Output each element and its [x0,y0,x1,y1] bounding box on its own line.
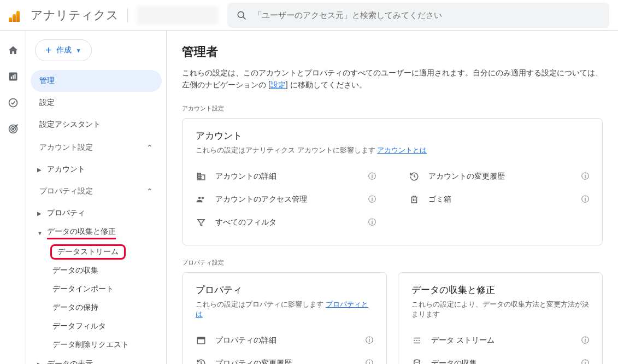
help-icon[interactable]: ⓘ [368,195,376,204]
card-subtitle: これらの設定はアナリティクス アカウントに影響します アカウントとは [196,145,589,155]
caret-right-icon: ▶ [37,167,43,173]
nav-data-display[interactable]: ▶ データの表示 [31,354,162,364]
row-data-collection[interactable]: データの収集 ⓘ [411,352,589,364]
caret-down-icon: ▼ [37,230,43,236]
history-icon [409,172,420,181]
caret-right-icon: ▶ [37,210,43,216]
nav-setup-assistant[interactable]: 設定アシスタント [31,114,162,136]
chevron-up-icon: ⌃ [146,143,153,152]
svg-marker-11 [198,220,204,226]
svg-point-0 [238,11,244,17]
nav-data-collect[interactable]: データの収集 [31,261,162,280]
card-title: データの収集と修正 [411,284,589,296]
help-icon[interactable]: ⓘ [366,359,373,364]
help-icon[interactable]: ⓘ [366,336,373,345]
svg-point-17 [414,360,420,362]
help-icon[interactable]: ⓘ [581,172,589,181]
property-card: プロパティ これらの設定はプロパティに影響します プロパティとは プロパティの詳… [182,272,387,364]
advertising-icon[interactable] [2,118,24,140]
plus-icon: + [45,44,52,57]
page-description: これらの設定は、このアカウントとプロパティのすべてのユーザーに適用されます。自分… [182,67,603,91]
row-account-details[interactable]: アカウントの詳細 ⓘ [196,165,376,188]
nav-settings[interactable]: 設定 [31,92,162,114]
card-title: プロパティ [196,284,373,296]
page-title: 管理者 [182,44,603,60]
web-icon [196,336,207,345]
nav-data-collection[interactable]: ▼ データの収集と修正 [31,223,162,243]
svg-rect-5 [14,74,15,79]
settings-link[interactable]: 設定 [270,80,286,89]
card-subtitle: これらの設定はプロパティに影響します プロパティとは [196,300,373,319]
help-icon[interactable]: ⓘ [368,172,376,181]
help-icon[interactable]: ⓘ [581,195,589,204]
card-title: アカウント [196,130,589,142]
nav-property[interactable]: ▶ プロパティ [31,203,162,223]
search-bar[interactable] [227,3,609,28]
search-icon [236,10,247,21]
account-card: アカウント これらの設定はアナリティクス アカウントに影響します アカウントとは… [182,118,603,245]
svg-rect-4 [13,75,14,79]
account-section-label: アカウント設定 [182,104,603,113]
account-selector[interactable] [137,6,219,25]
row-trash[interactable]: ゴミ箱 ⓘ [409,188,589,211]
nav-rail [0,31,26,364]
nav-data-filter[interactable]: データフィルタ [31,317,162,336]
svg-rect-3 [10,77,11,79]
filter-icon [196,218,207,227]
property-section-label: プロパティ設定 [182,259,603,267]
stream-icon [411,336,422,345]
search-input[interactable] [254,10,601,20]
group-icon [196,195,207,204]
domain-icon [196,172,207,181]
row-data-streams[interactable]: データ ストリーム ⓘ [411,329,589,352]
card-subtitle: これらの設定により、データの収集方法と変更方法が決まります [411,300,589,319]
nav-account[interactable]: ▶ アカウント [31,160,162,179]
account-info-link[interactable]: アカウントとは [377,146,427,154]
nav-data-import[interactable]: データインポート [31,280,162,298]
help-icon[interactable]: ⓘ [368,218,376,227]
help-icon[interactable]: ⓘ [581,336,589,345]
section-account-settings[interactable]: アカウント設定 ⌃ [31,136,162,160]
caret-right-icon: ▶ [37,361,43,365]
data-collection-card: データの収集と修正 これらの設定により、データの収集方法と変更方法が決まります … [398,272,603,364]
database-icon [411,359,422,364]
nav-data-retention[interactable]: データの保持 [31,298,162,317]
explore-icon[interactable] [2,92,24,114]
svg-rect-13 [197,337,205,339]
main-content: 管理者 これらの設定は、このアカウントとプロパティのすべてのユーザーに適用されま… [166,31,618,364]
svg-point-6 [9,99,17,107]
reports-icon[interactable] [2,66,24,87]
create-label: 作成 [56,45,72,55]
create-button[interactable]: + 作成 ▼ [35,39,92,61]
trash-icon [409,195,420,204]
nav-data-streams[interactable]: データストリーム [31,243,162,261]
svg-line-1 [243,16,246,19]
analytics-logo-icon [9,9,22,22]
row-property-details[interactable]: プロパティの詳細 ⓘ [196,329,373,352]
help-icon[interactable]: ⓘ [581,359,589,364]
row-account-history[interactable]: アカウントの変更履歴 ⓘ [409,165,589,188]
settings-sidebar: + 作成 ▼ 管理 設定 設定アシスタント アカウント設定 ⌃ ▶ アカウント … [26,31,166,364]
brand-title: アナリティクス [31,7,119,24]
app-header: アナリティクス [0,0,618,31]
row-account-access[interactable]: アカウントのアクセス管理 ⓘ [196,188,376,211]
row-all-filters[interactable]: すべてのフィルタ ⓘ [196,211,376,234]
nav-data-delete[interactable]: データ削除リクエスト [31,336,162,354]
history-icon [196,359,207,364]
chevron-up-icon: ⌃ [146,187,153,196]
home-icon[interactable] [2,39,24,61]
row-property-history[interactable]: プロパティの変更履歴 ⓘ [196,352,373,364]
nav-admin[interactable]: 管理 [31,70,162,92]
chevron-down-icon: ▼ [76,48,81,54]
divider [127,8,128,23]
section-property-settings[interactable]: プロパティ設定 ⌃ [31,179,162,203]
